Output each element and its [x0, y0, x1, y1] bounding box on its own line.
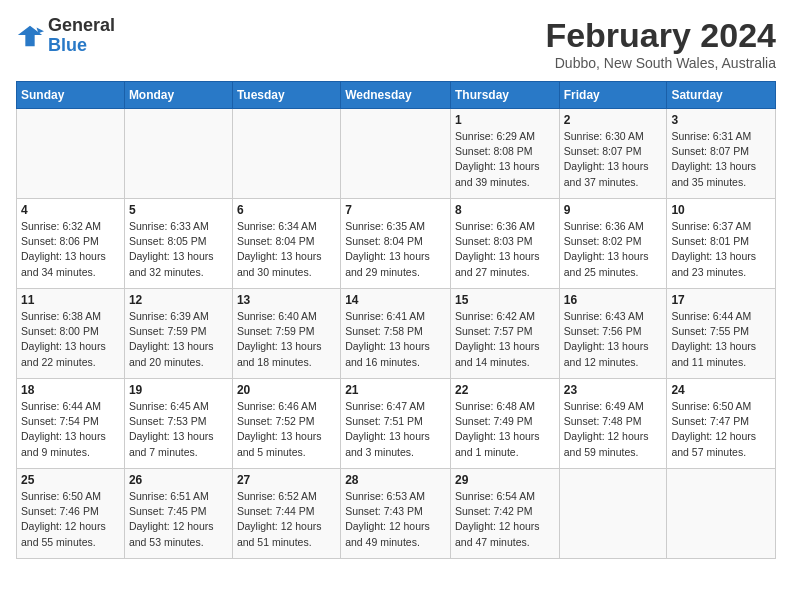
day-number: 17: [671, 293, 771, 307]
day-number: 16: [564, 293, 663, 307]
weekday-header: Sunday: [17, 82, 125, 109]
calendar-cell: 29Sunrise: 6:54 AM Sunset: 7:42 PM Dayli…: [450, 469, 559, 559]
day-number: 18: [21, 383, 120, 397]
day-detail: Sunrise: 6:32 AM Sunset: 8:06 PM Dayligh…: [21, 219, 120, 280]
day-detail: Sunrise: 6:41 AM Sunset: 7:58 PM Dayligh…: [345, 309, 446, 370]
calendar-cell: 22Sunrise: 6:48 AM Sunset: 7:49 PM Dayli…: [450, 379, 559, 469]
day-number: 11: [21, 293, 120, 307]
calendar-table: SundayMondayTuesdayWednesdayThursdayFrid…: [16, 81, 776, 559]
day-detail: Sunrise: 6:50 AM Sunset: 7:46 PM Dayligh…: [21, 489, 120, 550]
day-detail: Sunrise: 6:49 AM Sunset: 7:48 PM Dayligh…: [564, 399, 663, 460]
day-detail: Sunrise: 6:35 AM Sunset: 8:04 PM Dayligh…: [345, 219, 446, 280]
day-detail: Sunrise: 6:43 AM Sunset: 7:56 PM Dayligh…: [564, 309, 663, 370]
day-detail: Sunrise: 6:40 AM Sunset: 7:59 PM Dayligh…: [237, 309, 336, 370]
day-detail: Sunrise: 6:54 AM Sunset: 7:42 PM Dayligh…: [455, 489, 555, 550]
calendar-week-row: 18Sunrise: 6:44 AM Sunset: 7:54 PM Dayli…: [17, 379, 776, 469]
calendar-cell: 7Sunrise: 6:35 AM Sunset: 8:04 PM Daylig…: [341, 199, 451, 289]
calendar-cell: [232, 109, 340, 199]
calendar-cell: 8Sunrise: 6:36 AM Sunset: 8:03 PM Daylig…: [450, 199, 559, 289]
day-detail: Sunrise: 6:52 AM Sunset: 7:44 PM Dayligh…: [237, 489, 336, 550]
day-number: 10: [671, 203, 771, 217]
calendar-cell: 3Sunrise: 6:31 AM Sunset: 8:07 PM Daylig…: [667, 109, 776, 199]
day-number: 25: [21, 473, 120, 487]
day-detail: Sunrise: 6:48 AM Sunset: 7:49 PM Dayligh…: [455, 399, 555, 460]
logo-blue: Blue: [48, 35, 87, 55]
day-detail: Sunrise: 6:33 AM Sunset: 8:05 PM Dayligh…: [129, 219, 228, 280]
day-number: 24: [671, 383, 771, 397]
calendar-week-row: 4Sunrise: 6:32 AM Sunset: 8:06 PM Daylig…: [17, 199, 776, 289]
day-detail: Sunrise: 6:44 AM Sunset: 7:55 PM Dayligh…: [671, 309, 771, 370]
weekday-header: Wednesday: [341, 82, 451, 109]
day-number: 21: [345, 383, 446, 397]
day-number: 22: [455, 383, 555, 397]
day-detail: Sunrise: 6:42 AM Sunset: 7:57 PM Dayligh…: [455, 309, 555, 370]
day-number: 26: [129, 473, 228, 487]
day-number: 8: [455, 203, 555, 217]
calendar-cell: [17, 109, 125, 199]
weekday-header: Monday: [124, 82, 232, 109]
calendar-cell: 19Sunrise: 6:45 AM Sunset: 7:53 PM Dayli…: [124, 379, 232, 469]
calendar-cell: 12Sunrise: 6:39 AM Sunset: 7:59 PM Dayli…: [124, 289, 232, 379]
calendar-cell: 27Sunrise: 6:52 AM Sunset: 7:44 PM Dayli…: [232, 469, 340, 559]
calendar-cell: [667, 469, 776, 559]
day-detail: Sunrise: 6:30 AM Sunset: 8:07 PM Dayligh…: [564, 129, 663, 190]
day-number: 20: [237, 383, 336, 397]
weekday-header: Tuesday: [232, 82, 340, 109]
logo-icon: [16, 22, 44, 50]
day-number: 19: [129, 383, 228, 397]
month-title: February 2024: [545, 16, 776, 55]
logo-general: General: [48, 15, 115, 35]
day-detail: Sunrise: 6:44 AM Sunset: 7:54 PM Dayligh…: [21, 399, 120, 460]
logo: General Blue: [16, 16, 115, 56]
weekday-header: Saturday: [667, 82, 776, 109]
day-detail: Sunrise: 6:45 AM Sunset: 7:53 PM Dayligh…: [129, 399, 228, 460]
day-detail: Sunrise: 6:51 AM Sunset: 7:45 PM Dayligh…: [129, 489, 228, 550]
day-number: 6: [237, 203, 336, 217]
day-detail: Sunrise: 6:31 AM Sunset: 8:07 PM Dayligh…: [671, 129, 771, 190]
calendar-cell: 21Sunrise: 6:47 AM Sunset: 7:51 PM Dayli…: [341, 379, 451, 469]
weekday-header: Thursday: [450, 82, 559, 109]
location: Dubbo, New South Wales, Australia: [545, 55, 776, 71]
day-detail: Sunrise: 6:47 AM Sunset: 7:51 PM Dayligh…: [345, 399, 446, 460]
day-detail: Sunrise: 6:34 AM Sunset: 8:04 PM Dayligh…: [237, 219, 336, 280]
weekday-row: SundayMondayTuesdayWednesdayThursdayFrid…: [17, 82, 776, 109]
day-number: 3: [671, 113, 771, 127]
calendar-week-row: 25Sunrise: 6:50 AM Sunset: 7:46 PM Dayli…: [17, 469, 776, 559]
calendar-cell: 26Sunrise: 6:51 AM Sunset: 7:45 PM Dayli…: [124, 469, 232, 559]
calendar-cell: 15Sunrise: 6:42 AM Sunset: 7:57 PM Dayli…: [450, 289, 559, 379]
calendar-cell: [559, 469, 667, 559]
calendar-cell: 4Sunrise: 6:32 AM Sunset: 8:06 PM Daylig…: [17, 199, 125, 289]
day-detail: Sunrise: 6:36 AM Sunset: 8:02 PM Dayligh…: [564, 219, 663, 280]
day-detail: Sunrise: 6:36 AM Sunset: 8:03 PM Dayligh…: [455, 219, 555, 280]
day-number: 14: [345, 293, 446, 307]
calendar-cell: 25Sunrise: 6:50 AM Sunset: 7:46 PM Dayli…: [17, 469, 125, 559]
calendar-cell: 23Sunrise: 6:49 AM Sunset: 7:48 PM Dayli…: [559, 379, 667, 469]
day-number: 23: [564, 383, 663, 397]
calendar-cell: 17Sunrise: 6:44 AM Sunset: 7:55 PM Dayli…: [667, 289, 776, 379]
weekday-header: Friday: [559, 82, 667, 109]
calendar-cell: 11Sunrise: 6:38 AM Sunset: 8:00 PM Dayli…: [17, 289, 125, 379]
day-number: 7: [345, 203, 446, 217]
day-number: 29: [455, 473, 555, 487]
page-header: General Blue February 2024 Dubbo, New So…: [16, 16, 776, 71]
day-number: 13: [237, 293, 336, 307]
day-detail: Sunrise: 6:50 AM Sunset: 7:47 PM Dayligh…: [671, 399, 771, 460]
day-detail: Sunrise: 6:37 AM Sunset: 8:01 PM Dayligh…: [671, 219, 771, 280]
day-number: 28: [345, 473, 446, 487]
day-number: 1: [455, 113, 555, 127]
day-detail: Sunrise: 6:38 AM Sunset: 8:00 PM Dayligh…: [21, 309, 120, 370]
calendar-cell: 13Sunrise: 6:40 AM Sunset: 7:59 PM Dayli…: [232, 289, 340, 379]
calendar-cell: 2Sunrise: 6:30 AM Sunset: 8:07 PM Daylig…: [559, 109, 667, 199]
calendar-cell: [341, 109, 451, 199]
calendar-cell: 18Sunrise: 6:44 AM Sunset: 7:54 PM Dayli…: [17, 379, 125, 469]
day-detail: Sunrise: 6:46 AM Sunset: 7:52 PM Dayligh…: [237, 399, 336, 460]
calendar-week-row: 11Sunrise: 6:38 AM Sunset: 8:00 PM Dayli…: [17, 289, 776, 379]
calendar-body: 1Sunrise: 6:29 AM Sunset: 8:08 PM Daylig…: [17, 109, 776, 559]
day-number: 9: [564, 203, 663, 217]
day-number: 4: [21, 203, 120, 217]
day-number: 2: [564, 113, 663, 127]
day-detail: Sunrise: 6:39 AM Sunset: 7:59 PM Dayligh…: [129, 309, 228, 370]
calendar-cell: 24Sunrise: 6:50 AM Sunset: 7:47 PM Dayli…: [667, 379, 776, 469]
day-number: 12: [129, 293, 228, 307]
calendar-cell: 1Sunrise: 6:29 AM Sunset: 8:08 PM Daylig…: [450, 109, 559, 199]
